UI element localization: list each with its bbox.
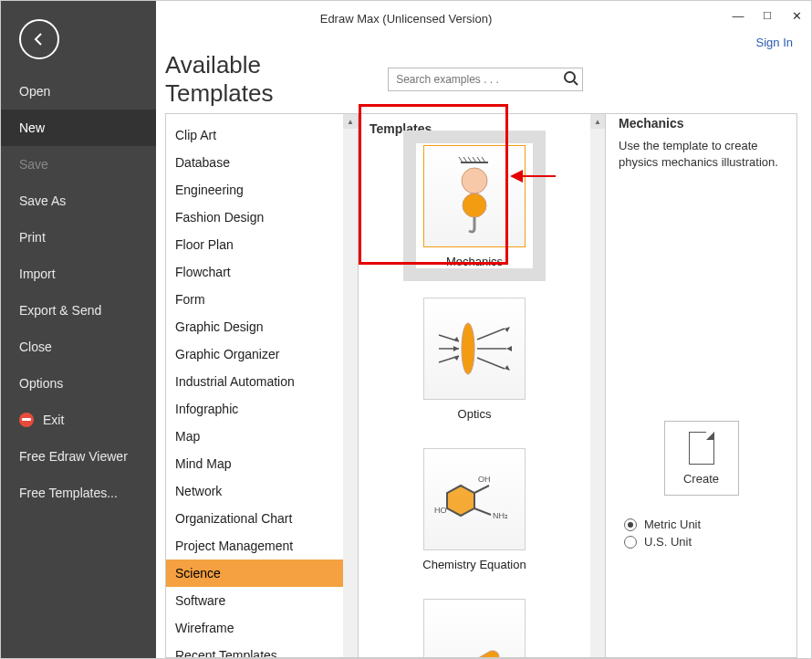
unit-option[interactable]: Metric Unit (624, 518, 778, 531)
template-label: Chemistry Equation (368, 558, 581, 571)
template-label: Optics (368, 407, 581, 421)
template-item[interactable]: Laboratory Equipment (368, 599, 581, 658)
window-controls: — ☐ ✕ (729, 6, 806, 25)
svg-line-14 (477, 329, 505, 340)
category-item[interactable]: Fashion Design (166, 204, 343, 231)
sidebar-item-save[interactable]: Save (1, 146, 156, 183)
template-thumbnail: HOOHNH₂ (423, 448, 526, 550)
sidebar-item-save-as[interactable]: Save As (1, 183, 156, 219)
sign-in-link[interactable]: Sign In (756, 36, 793, 49)
sidebar-item-free-edraw-viewer[interactable]: Free Edraw Viewer (1, 438, 156, 475)
svg-line-16 (477, 358, 505, 369)
unit-label: U.S. Unit (644, 535, 692, 549)
scroll-up-icon[interactable]: ▲ (343, 114, 358, 129)
minimize-button[interactable]: — (729, 6, 747, 25)
unit-option[interactable]: U.S. Unit (624, 535, 778, 549)
sidebar-item-label: Free Edraw Viewer (19, 449, 128, 464)
category-item[interactable]: Infographic (166, 395, 343, 423)
sidebar-item-label: Open (19, 84, 50, 99)
maximize-button[interactable]: ☐ (758, 6, 776, 25)
category-item[interactable]: Flowchart (166, 258, 343, 286)
radio-icon (624, 518, 637, 531)
sidebar-item-label: Export & Send (19, 303, 101, 318)
template-item[interactable]: Optics (368, 298, 581, 421)
template-item[interactable]: Mechanics (414, 141, 535, 270)
category-item[interactable]: Map (166, 423, 343, 450)
category-item[interactable]: Mind Map (166, 450, 343, 477)
unit-label: Metric Unit (644, 518, 701, 531)
sidebar-item-label: Save As (19, 194, 66, 208)
info-title: Mechanics (619, 116, 784, 131)
category-item[interactable]: Recent Templates (166, 642, 343, 658)
category-scrollbar[interactable]: ▲ (343, 114, 358, 657)
sidebar-item-label: Close (19, 340, 52, 354)
svg-point-9 (463, 194, 486, 217)
template-info-panel: Mechanics Use the template to create phy… (606, 113, 797, 658)
category-item[interactable]: Clip Art (166, 121, 343, 149)
sidebar-item-label: Exit (43, 413, 64, 427)
create-label: Create (683, 472, 719, 486)
sidebar-item-close[interactable]: Close (1, 329, 156, 365)
document-icon (689, 432, 714, 465)
svg-marker-17 (447, 486, 474, 516)
create-button[interactable]: Create (664, 421, 739, 496)
svg-point-0 (565, 72, 575, 82)
template-thumbnail (423, 298, 526, 400)
sidebar-item-options[interactable]: Options (1, 365, 156, 402)
sidebar-item-label: Print (19, 230, 46, 245)
category-item[interactable]: Software (166, 587, 343, 614)
search-icon[interactable] (563, 70, 579, 89)
category-item[interactable]: Wireframe (166, 614, 343, 642)
category-item[interactable]: Graphic Organizer (166, 340, 343, 368)
category-item[interactable]: Science (166, 560, 343, 587)
svg-text:OH: OH (478, 475, 491, 484)
no-entry-icon (19, 413, 34, 427)
close-window-button[interactable]: ✕ (787, 6, 806, 25)
category-list: Clip ArtDatabaseEngineeringFashion Desig… (165, 113, 359, 658)
scroll-up-icon[interactable]: ▲ (590, 114, 605, 129)
category-item[interactable]: Organizational Chart (166, 505, 343, 532)
template-thumbnail (423, 599, 526, 658)
sidebar-item-import[interactable]: Import (1, 256, 156, 292)
app-title: Edraw Max (Unlicensed Version) (320, 12, 493, 26)
template-label: Mechanics (414, 255, 535, 268)
template-item[interactable]: HOOHNH₂Chemistry Equation (368, 448, 581, 571)
sidebar-item-free-templates-[interactable]: Free Templates... (1, 475, 156, 511)
svg-line-19 (474, 508, 491, 515)
sidebar-item-label: Options (19, 376, 63, 391)
category-item[interactable]: Project Management (166, 532, 343, 560)
sidebar-item-new[interactable]: New (1, 110, 156, 146)
svg-point-8 (462, 168, 487, 194)
category-item[interactable]: Network (166, 477, 343, 505)
file-menu-sidebar: OpenNewSaveSave AsPrintImportExport & Se… (1, 1, 156, 658)
sidebar-item-label: Import (19, 267, 56, 281)
sidebar-item-label: New (19, 120, 45, 135)
template-list: Templates MechanicsOpticsHOOHNH₂Chemistr… (359, 113, 606, 658)
radio-icon (624, 536, 637, 549)
category-item[interactable]: Engineering (166, 176, 343, 204)
page-title: Available Templates (165, 51, 360, 108)
sidebar-item-label: Save (19, 157, 48, 172)
svg-point-10 (462, 323, 474, 374)
search-input[interactable] (388, 68, 583, 91)
info-description: Use the template to create physics mecha… (619, 138, 784, 412)
sidebar-item-exit[interactable]: Exit (1, 402, 156, 438)
svg-text:NH₂: NH₂ (493, 511, 508, 520)
category-item[interactable]: Industrial Automation (166, 368, 343, 395)
category-item[interactable]: Graphic Design (166, 313, 343, 340)
sidebar-item-open[interactable]: Open (1, 73, 156, 110)
category-item[interactable]: Floor Plan (166, 231, 343, 258)
category-item[interactable]: Form (166, 286, 343, 313)
back-button[interactable] (19, 19, 59, 59)
sidebar-item-label: Free Templates... (19, 486, 118, 500)
template-thumbnail (423, 145, 526, 247)
templates-header: Templates (359, 114, 605, 141)
sidebar-item-print[interactable]: Print (1, 219, 156, 256)
template-scrollbar[interactable]: ▲ (590, 114, 605, 657)
sidebar-item-export-send[interactable]: Export & Send (1, 292, 156, 329)
svg-rect-23 (472, 648, 502, 658)
svg-text:HO: HO (434, 506, 447, 515)
svg-line-18 (474, 486, 489, 493)
category-item[interactable]: Database (166, 149, 343, 176)
